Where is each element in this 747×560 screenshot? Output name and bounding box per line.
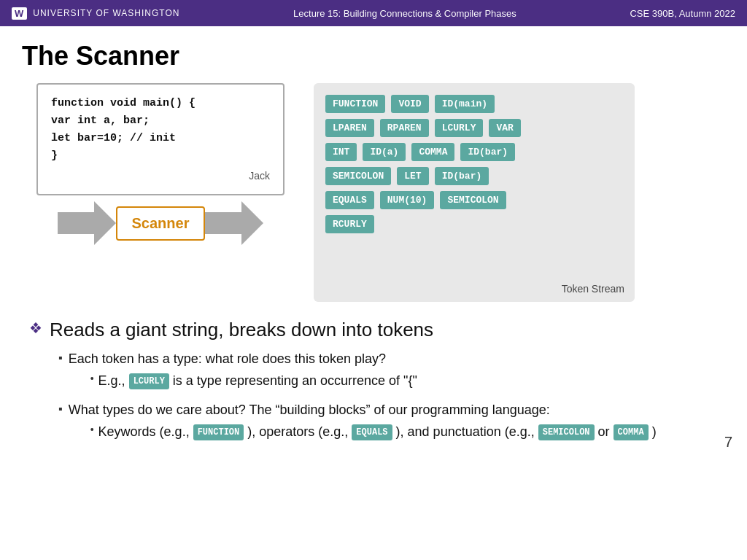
sub-bullets: ▪ Each token has a type: what role does … [58, 350, 718, 446]
code-line-1: function void main() { [51, 95, 270, 112]
author: Jack [51, 168, 270, 184]
equals-inline-token: EQUALS [352, 424, 392, 440]
sub-sub-bullet-2: • Keywords (e.g., FUNCTION ), operators … [90, 422, 657, 442]
course-info: CSE 390B, Autumn 2022 [630, 8, 735, 19]
sub-sub-bullets-1: • E.g., LCURLY is a type representing an… [90, 371, 417, 391]
uw-logo: W [12, 7, 27, 20]
token-rcurly: RCURLY [325, 215, 374, 233]
token-id-main: ID(main) [435, 95, 495, 113]
sub-sub-bullet-1: • E.g., LCURLY is a type representing an… [90, 371, 417, 391]
page-number: 7 [724, 434, 732, 451]
sub-bullet-2: ▪ What types do we care about? The “buil… [58, 401, 718, 446]
content-row: function void main() { var int a, bar; l… [22, 83, 725, 302]
semicolon-inline-token: SEMICOLON [538, 424, 595, 440]
function-inline-token: FUNCTION [193, 424, 244, 440]
token-num10: NUM(10) [380, 191, 435, 209]
token-row-5: EQUALS NUM(10) SEMICOLON [325, 191, 623, 209]
left-side: function void main() { var int a, bar; l… [22, 83, 299, 245]
code-line-3: let bar=10; // init [51, 130, 270, 147]
left-arrow-icon [58, 201, 116, 245]
svg-marker-0 [58, 201, 116, 245]
code-line-2: var int a, bar; [51, 112, 270, 130]
token-lcurly: LCURLY [435, 119, 484, 137]
code-line-4: } [51, 147, 270, 165]
sub-bullet-1: ▪ Each token has a type: what role does … [58, 350, 718, 395]
token-int: INT [325, 143, 357, 161]
token-equals: EQUALS [325, 191, 374, 209]
token-row-4: SEMICOLON LET ID(bar) [325, 167, 623, 185]
sub-bullet-2-text: What types do we care about? The “buildi… [69, 402, 550, 417]
token-rparen: RPAREN [380, 119, 429, 137]
token-lparen: LPAREN [325, 119, 374, 137]
token-row-6: RCURLY [325, 215, 623, 233]
token-stream: FUNCTION VOID ID(main) LPAREN RPAREN LCU… [314, 83, 635, 302]
token-row-1: FUNCTION VOID ID(main) [325, 95, 623, 113]
diamond-icon: ❖ [29, 319, 42, 337]
arrow-row: Scanner [36, 201, 285, 245]
code-block: function void main() { var int a, bar; l… [36, 83, 285, 195]
token-var: VAR [489, 119, 520, 137]
token-id-bar-2: ID(bar) [435, 167, 489, 185]
token-function: FUNCTION [325, 95, 385, 113]
sub-bullet-1-marker: ▪ [58, 351, 63, 365]
lcurly-inline-token: LCURLY [129, 373, 169, 389]
lecture-title: Lecture 15: Building Connections & Compi… [179, 8, 630, 19]
svg-marker-1 [205, 201, 263, 245]
sub-sub-bullets-2: • Keywords (e.g., FUNCTION ), operators … [90, 422, 657, 442]
header-left: W UNIVERSITY of WASHINGTON [12, 7, 179, 20]
sub-bullet-2-marker: ▪ [58, 402, 63, 416]
sub-sub-bullet-1-marker: • [90, 373, 94, 384]
token-stream-label: Token Stream [562, 283, 624, 295]
right-arrow-icon [205, 201, 263, 245]
token-let: LET [397, 167, 428, 185]
university-name: UNIVERSITY of WASHINGTON [33, 8, 179, 18]
token-row-3: INT ID(a) COMMA ID(bar) [325, 143, 623, 161]
bullets-section: ❖ Reads a giant string, breaks down into… [22, 318, 725, 446]
header: W UNIVERSITY of WASHINGTON Lecture 15: B… [0, 0, 747, 26]
sub-sub-bullet-2-text: Keywords (e.g., FUNCTION ), operators (e… [98, 422, 657, 442]
scanner-box: Scanner [116, 206, 206, 241]
comma-inline-token: COMMA [614, 424, 649, 440]
token-comma: COMMA [411, 143, 454, 161]
sub-bullet-1-content: Each token has a type: what role does th… [69, 350, 417, 395]
token-void: VOID [391, 95, 428, 113]
main-content: The Scanner function void main() { var i… [0, 26, 747, 459]
main-bullet: ❖ Reads a giant string, breaks down into… [29, 318, 718, 343]
token-semicolon-2: SEMICOLON [440, 191, 506, 209]
sub-bullet-2-content: What types do we care about? The “buildi… [69, 401, 657, 446]
sub-sub-bullet-2-marker: • [90, 424, 94, 435]
sub-bullet-1-text: Each token has a type: what role does th… [69, 351, 386, 366]
sub-sub-bullet-1-text: E.g., LCURLY is a type representing an o… [98, 371, 417, 391]
token-id-a: ID(a) [363, 143, 406, 161]
main-bullet-text: Reads a giant string, breaks down into t… [50, 318, 433, 343]
token-semicolon-1: SEMICOLON [325, 167, 391, 185]
page-title: The Scanner [22, 41, 725, 71]
token-id-bar: ID(bar) [460, 143, 515, 161]
token-row-2: LPAREN RPAREN LCURLY VAR [325, 119, 623, 137]
